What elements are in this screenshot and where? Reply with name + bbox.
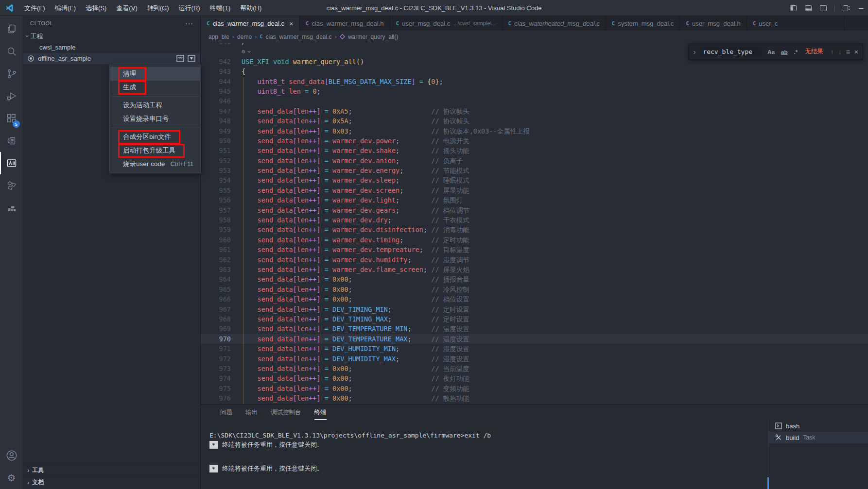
menubar-item-7[interactable]: 帮助(H) <box>235 0 266 16</box>
panel-tab-调试控制台[interactable]: 调试控制台 <box>271 408 301 417</box>
find-in-selection-icon[interactable]: ≡ <box>846 48 850 56</box>
ci-tool-icon[interactable] <box>0 152 23 174</box>
code-line-954[interactable]: 954 send_data[len++] = warmer_dev.sleep;… <box>201 175 868 185</box>
search-icon[interactable] <box>0 40 23 63</box>
close-icon[interactable]: × <box>289 20 294 27</box>
sidebar-section-projects[interactable]: › 工程 <box>23 31 200 42</box>
code-line-948[interactable]: 948 send_data[len++] = 0x5A; // 协议帧头 <box>201 116 868 126</box>
tab-cias_warmer_msg_deal.c[interactable]: Ccias_warmer_msg_deal.c× <box>201 16 300 31</box>
menubar-item-2[interactable]: 选择(S) <box>81 0 111 16</box>
menu-item-8[interactable]: 烧录user codeCtrl+F11 <box>110 157 200 171</box>
shapes-icon[interactable] <box>0 174 23 197</box>
find-next-icon[interactable]: ↓ <box>838 48 842 56</box>
toggle-secondary-sidebar-icon[interactable] <box>819 4 827 12</box>
blocks-icon[interactable] <box>0 197 23 219</box>
code-line-970[interactable]: 970 send_data[len++] = DEV_TEMPERATURE_M… <box>201 334 868 344</box>
code-line-957[interactable]: 957 send_data[len++] = warmer_dev.gears;… <box>201 205 868 215</box>
code-line-952[interactable]: 952 send_data[len++] = warmer_dev.anion;… <box>201 156 868 166</box>
code-line-962[interactable]: 962 send_data[len++] = warmer_dev.humidi… <box>201 255 868 265</box>
gear-codelens-icon[interactable]: ⚙ <box>242 47 251 56</box>
task-doc-icon[interactable] <box>0 130 23 152</box>
menubar-item-6[interactable]: 终端(T) <box>205 0 236 16</box>
code-line-951[interactable]: 951 send_data[len++] = warmer_dev.shake;… <box>201 146 868 155</box>
sidebar-section-tools[interactable]: › 工具 <box>23 464 200 476</box>
tab-user_msg_deal.h[interactable]: Cuser_msg_deal.h <box>680 16 746 31</box>
code-line-950[interactable]: 950 send_data[len++] = warmer_dev.power;… <box>201 136 868 146</box>
close-icon[interactable]: × <box>854 48 858 56</box>
code-line-959[interactable]: 959 send_data[len++] = warmer_dev.disinf… <box>201 225 868 235</box>
match-case-icon[interactable]: Aa <box>766 48 776 56</box>
code-line-969[interactable]: 969 send_data[len++] = DEV_TEMPERATURE_M… <box>201 324 868 334</box>
code-line-974[interactable]: 974 send_data[len++] = 0x00; // 夜灯功能 <box>201 373 868 383</box>
extensions-icon[interactable]: 5 <box>0 107 23 130</box>
find-previous-icon[interactable]: ↑ <box>831 48 834 56</box>
tab-user_c[interactable]: Cuser_c <box>747 16 844 31</box>
code-line-947[interactable]: 947 send_data[len++] = 0xA5; // 协议帧头 <box>201 106 868 116</box>
whole-word-icon[interactable]: ab <box>780 48 788 56</box>
menubar-item-4[interactable]: 转到(G) <box>142 0 174 16</box>
code-line-964[interactable]: 964 send_data[len++] = 0x00; // 播报音量 <box>201 274 868 284</box>
code-line-958[interactable]: 958 send_data[len++] = warmer_dev.dry; /… <box>201 215 868 225</box>
code-line-945[interactable]: 945 uint8_t len = 0; <box>201 86 868 96</box>
menu-item-6[interactable]: 合成分区bin文件 <box>110 130 200 144</box>
download-bin-icon[interactable] <box>176 55 184 62</box>
terminal-list-item-bash[interactable]: bash <box>768 420 868 432</box>
code-line-967[interactable]: 967 send_data[len++] = DEV_TIMING_MIN; /… <box>201 304 868 314</box>
code-line-968[interactable]: 968 send_data[len++] = DEV_TIMING_MAX; /… <box>201 314 868 324</box>
code-line-965[interactable]: 965 send_data[len++] = 0x00; // 冷风控制 <box>201 285 868 294</box>
settings-gear-icon[interactable]: ⚙ <box>0 467 23 489</box>
accounts-icon[interactable] <box>0 444 23 467</box>
code-line-966[interactable]: 966 send_data[len++] = 0x00; // 档位设置 <box>201 294 868 304</box>
code-line-953[interactable]: 953 send_data[len++] = warmer_dev.energy… <box>201 166 868 175</box>
tree-item-cwsl-sample[interactable]: cwsl_sample <box>23 42 200 53</box>
code-line-944[interactable]: 944 uint8_t send_data[BLE_MSG_DATA_MAX_S… <box>201 77 868 86</box>
menu-item-7[interactable]: 启动打包升级工具 <box>110 144 200 157</box>
code-line-960[interactable]: 960 send_data[len++] = warmer_dev.timing… <box>201 235 868 245</box>
find-expand-chevron-icon[interactable]: › <box>694 48 696 56</box>
breadcrumb-item-1[interactable]: demo <box>237 34 252 40</box>
panel-tab-终端[interactable]: 终端 <box>314 408 327 417</box>
explorer-icon[interactable] <box>0 18 23 40</box>
breadcrumb-item-2[interactable]: cias_warmer_msg_deal.c <box>265 34 331 40</box>
regex-icon[interactable]: .* <box>793 48 799 56</box>
menu-item-4[interactable]: 设置烧录串口号 <box>110 112 200 126</box>
terminal-output[interactable]: E:\SDK\CI23LC_SDK_BLE_V1.3.13\projects\o… <box>201 424 766 489</box>
tab-system_msg_deal.c[interactable]: Csystem_msg_deal.c <box>606 16 680 31</box>
code-line-971[interactable]: 971 send_data[len++] = DEV_HUMIDITY_MIN;… <box>201 344 868 354</box>
toggle-panel-icon[interactable] <box>804 4 812 12</box>
menu-item-1[interactable]: 生成 <box>110 81 200 94</box>
more-actions-icon[interactable]: ··· <box>185 21 193 26</box>
run-debug-icon[interactable] <box>0 85 23 107</box>
flash-icon[interactable] <box>188 55 195 62</box>
breadcrumb-item-3[interactable]: warmer_query_all() <box>348 34 398 40</box>
panel-tab-输出[interactable]: 输出 <box>245 408 258 417</box>
code-line-955[interactable]: 955 send_data[len++] = warmer_dev.screen… <box>201 185 868 195</box>
code-line-976[interactable]: 976 send_data[len++] = 0x00; // 散热功能 <box>201 393 868 403</box>
menubar-item-5[interactable]: 运行(R) <box>174 0 205 16</box>
find-input[interactable]: recv_ble_type <box>700 47 762 57</box>
code-line-943[interactable]: 943{ <box>201 67 868 76</box>
breadcrumb-item-0[interactable]: app_ble <box>208 34 229 40</box>
code-line-949[interactable]: 949 send_data[len++] = 0x03; // 协议版本,0x0… <box>201 126 868 136</box>
code-line-973[interactable]: 973 send_data[len++] = 0x00; // 当前温度 <box>201 364 868 373</box>
panel-tab-问题[interactable]: 问题 <box>220 408 232 417</box>
code-line-956[interactable]: 956 send_data[len++] = warmer_dev.light;… <box>201 195 868 205</box>
customize-layout-icon[interactable] <box>842 4 850 12</box>
code-line-975[interactable]: 975 send_data[len++] = 0x00; // 变频功能 <box>201 384 868 393</box>
code-line-963[interactable]: 963 send_data[len++] = warmer_dev.flame_… <box>201 265 868 274</box>
menu-item-3[interactable]: 设为活动工程 <box>110 99 200 112</box>
code-editor[interactable]: 941/⚙942USE_XFI void warmer_query_all()9… <box>201 43 868 404</box>
minimize-icon[interactable] <box>857 4 865 12</box>
source-control-icon[interactable] <box>0 63 23 85</box>
menu-item-0[interactable]: 清理 <box>110 67 200 81</box>
menubar-item-3[interactable]: 查看(V) <box>111 0 142 16</box>
menubar-item-0[interactable]: 文件(F) <box>19 0 50 16</box>
code-line-961[interactable]: 961 send_data[len++] = warmer_dev.tempre… <box>201 245 868 254</box>
toggle-sidebar-icon[interactable] <box>789 4 797 12</box>
tab-user_msg_deal.c[interactable]: Cuser_msg_deal.c...\cwsl_sample\... <box>390 16 503 31</box>
tab-cias_warmer_msg_deal.h[interactable]: Ccias_warmer_msg_deal.h <box>300 16 390 31</box>
tab-cias_waterheated_msg_deal.c[interactable]: Ccias_waterheated_msg_deal.c <box>503 16 606 31</box>
menubar-item-1[interactable]: 编辑(E) <box>50 0 81 16</box>
code-line-972[interactable]: 972 send_data[len++] = DEV_HUMIDITY_MAX;… <box>201 354 868 364</box>
terminal-list-item-build[interactable]: buildTask <box>768 432 868 443</box>
